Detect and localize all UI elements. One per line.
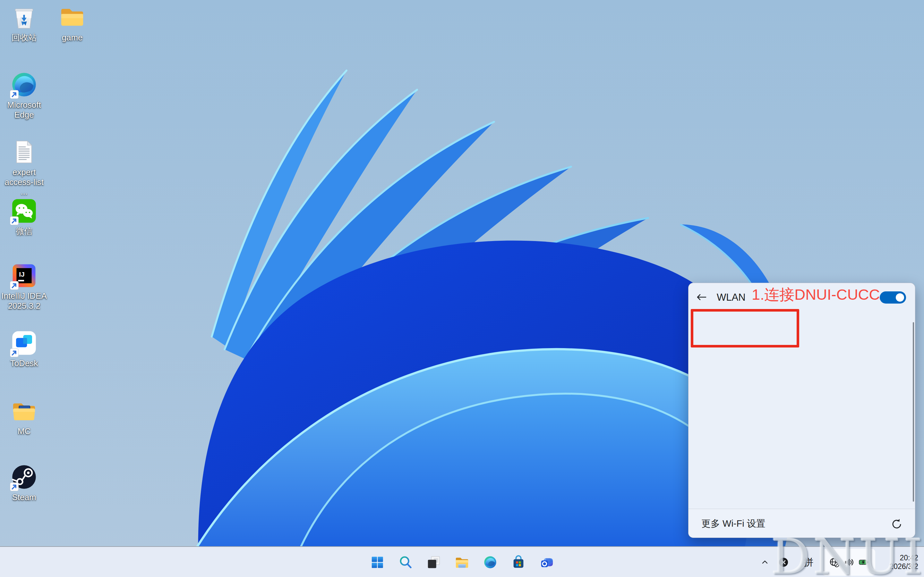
search-button[interactable] (398, 555, 413, 570)
back-arrow-icon (696, 293, 706, 301)
taskbar-clock[interactable]: 20:42 2026/3/2 (880, 554, 918, 571)
wlan-header: WLAN (688, 283, 915, 311)
microsoft-store-icon (511, 555, 526, 570)
outlook-button[interactable] (540, 555, 554, 570)
desktop-icon-microsoft-edge[interactable]: Microsoft Edge (0, 71, 48, 119)
desktop-screen: 回收站 game (0, 0, 924, 577)
desktop-icon-steam[interactable]: Steam (0, 464, 48, 502)
desktop-icon-label: expert access-list ... (0, 167, 48, 197)
search-icon (398, 555, 413, 570)
svg-text:IJ: IJ (19, 271, 25, 278)
microsoft-store-button[interactable] (511, 555, 526, 570)
recycle-bin-icon (11, 4, 37, 31)
desktop-icon-mc-folder[interactable]: PCL MC (0, 398, 48, 436)
hidden-icons-button[interactable] (758, 555, 772, 569)
text-document-icon (11, 139, 37, 165)
shortcut-arrow-badge (10, 482, 19, 491)
tray-app-button[interactable] (776, 555, 790, 569)
desktop-icon-label: 回收站 (11, 33, 37, 43)
clock-time: 20:42 (880, 554, 918, 562)
panel-scrollbar[interactable] (913, 322, 914, 502)
task-view-icon (426, 555, 441, 570)
refresh-icon (891, 518, 903, 530)
start-button[interactable] (370, 555, 384, 570)
edge-button[interactable] (483, 555, 498, 570)
more-wifi-settings-link[interactable]: 更多 Wi-Fi 设置 (701, 517, 766, 530)
desktop-icon-label: game (61, 33, 82, 43)
task-view-button[interactable] (426, 555, 441, 570)
folder-icon (59, 4, 86, 31)
folder-with-file-icon: PCL (11, 398, 37, 424)
desktop-icon-wechat[interactable]: 微信 (0, 197, 48, 236)
shortcut-arrow-badge (10, 216, 19, 225)
toggle-knob (896, 293, 904, 301)
outlook-icon (540, 555, 554, 570)
file-explorer-button[interactable] (455, 555, 469, 570)
wlan-panel-title: WLAN (717, 292, 746, 303)
wlan-flyout-panel: WLAN DNUI-CUCC DNUI-IOT (688, 283, 915, 538)
desktop-icon-intellij-idea[interactable]: IJ IntelliJ IDEA 2025.3.2 (0, 262, 48, 311)
annotation-highlight-box (691, 309, 799, 348)
ime-indicator[interactable]: 拼 (801, 555, 816, 569)
battery-charging-icon (859, 557, 869, 567)
wlan-footer: 更多 Wi-Fi 设置 (688, 509, 915, 538)
clock-date: 2026/3/2 (880, 562, 918, 571)
volume-icon (844, 557, 854, 567)
desktop-icon-label: MC (18, 426, 31, 436)
system-tray: 拼 20: (758, 547, 924, 577)
taskbar-center-buttons (370, 547, 554, 577)
network-globe-no-internet-icon (829, 557, 839, 567)
shortcut-arrow-badge (10, 348, 19, 357)
back-button[interactable] (694, 291, 708, 303)
windows-start-icon (370, 555, 384, 570)
taskbar: 拼 20: (0, 546, 924, 577)
shortcut-arrow-badge (10, 90, 19, 99)
file-explorer-icon (455, 555, 469, 570)
shortcut-arrow-badge (10, 281, 19, 290)
desktop-icon-recycle-bin[interactable]: 回收站 (0, 4, 48, 43)
desktop-icon-game-folder[interactable]: game (48, 4, 96, 43)
desktop-icon-label: Microsoft Edge (0, 100, 48, 119)
chevron-up-icon (761, 558, 769, 566)
edge-icon (483, 555, 498, 570)
desktop-icon-expert-access-list[interactable]: expert access-list ... (0, 139, 48, 197)
desktop-icon-todesk[interactable]: ToDesk (0, 330, 48, 368)
desktop-icon-label: IntelliJ IDEA 2025.3.2 (0, 291, 48, 311)
refresh-button[interactable] (889, 517, 904, 532)
wifi-toggle-switch[interactable] (880, 292, 906, 303)
x-circle-icon (779, 557, 788, 567)
quick-settings-button[interactable] (822, 549, 875, 576)
